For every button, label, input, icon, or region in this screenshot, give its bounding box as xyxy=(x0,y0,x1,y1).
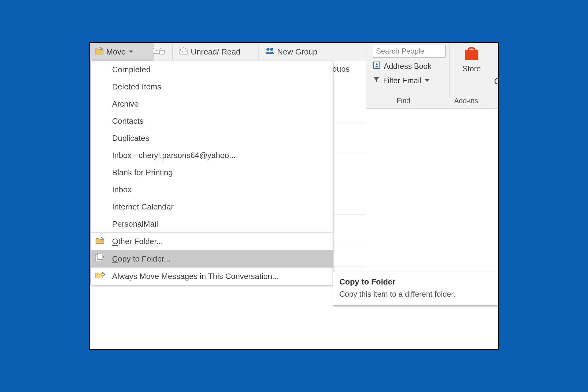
menu-item-label: Contacts xyxy=(112,116,144,126)
menu-item-label: Inbox xyxy=(112,185,132,194)
move-button[interactable]: Move xyxy=(90,43,154,61)
unread-read-label: Unread/ Read xyxy=(191,47,240,57)
filter-email-button[interactable]: Filter Email xyxy=(373,76,429,85)
ribbon-group-find: Search People Address Book xyxy=(366,43,498,109)
menu-item-label: Copy to Folder... xyxy=(112,254,171,264)
tooltip-title: Copy to Folder xyxy=(339,277,499,287)
store-label: Store xyxy=(455,64,488,73)
group-label-find: Find xyxy=(397,97,410,105)
svg-rect-6 xyxy=(373,65,374,66)
menu-item-label: Duplicates xyxy=(112,134,149,143)
menu-item-folder[interactable]: Deleted Items xyxy=(91,78,333,95)
menu-item-folder[interactable]: Contacts xyxy=(91,112,333,130)
menu-item-label: Deleted Items xyxy=(112,82,161,92)
unread-read-button[interactable]: Unread/ Read xyxy=(175,43,265,61)
copy-to-folder-icon xyxy=(95,254,105,264)
menu-item-copy-to-folder[interactable]: Copy to Folder... xyxy=(91,250,333,267)
envelope-open-icon xyxy=(179,47,188,57)
envelope-arrow-icon xyxy=(95,271,105,281)
tooltip-copy-to-folder: Copy to Folder Copy this item to a diffe… xyxy=(333,272,499,306)
search-people-input[interactable]: Search People xyxy=(373,45,446,58)
store-button[interactable]: Store xyxy=(455,45,488,73)
svg-point-3 xyxy=(270,48,273,51)
menu-item-label: Blank for Printing xyxy=(112,168,173,177)
menu-item-other-folder[interactable]: Other Folder... xyxy=(91,232,333,250)
svg-point-8 xyxy=(376,63,378,65)
menu-item-folder[interactable]: Inbox xyxy=(91,181,333,198)
address-book-label: Address Book xyxy=(384,62,432,71)
folder-arrow-icon xyxy=(95,236,105,247)
tooltip-body: Copy this item to a different folder. xyxy=(339,290,499,299)
ribbon-separator xyxy=(172,45,173,59)
move-menu: Completed Deleted Items Archive Contacts… xyxy=(90,61,333,285)
rules-button[interactable] xyxy=(150,43,174,61)
move-button-label: Move xyxy=(106,47,126,57)
store-bag-icon xyxy=(462,45,481,62)
new-group-button[interactable]: New Group xyxy=(261,43,340,61)
menu-item-label: Archive xyxy=(112,99,139,109)
ribbon-separator xyxy=(258,45,258,59)
funnel-icon xyxy=(373,76,380,85)
ribbon-separator xyxy=(449,45,450,97)
menu-item-label: Completed xyxy=(112,65,151,74)
people-group-icon xyxy=(265,47,275,57)
envelope-rules-icon xyxy=(153,46,165,58)
menu-item-label: Internet Calendar xyxy=(112,202,174,212)
filter-email-label: Filter Email xyxy=(383,76,421,85)
menu-item-folder[interactable]: Duplicates xyxy=(91,130,333,147)
svg-rect-7 xyxy=(373,66,374,68)
menu-item-folder[interactable]: Internet Calendar xyxy=(91,198,333,215)
cropped-right-button[interactable]: C xyxy=(494,76,499,86)
menu-item-label: PersonalMail xyxy=(112,219,158,229)
menu-item-folder[interactable]: Archive xyxy=(91,95,333,112)
menu-item-folder[interactable]: Blank for Printing xyxy=(91,164,333,181)
menu-item-label: Other Folder... xyxy=(112,237,163,246)
address-book-icon xyxy=(373,61,381,71)
folder-move-icon xyxy=(95,47,104,57)
outlook-window: Move xyxy=(89,42,499,350)
svg-point-2 xyxy=(266,48,270,51)
menu-item-folder[interactable]: Completed xyxy=(91,61,333,78)
group-label-addins: Add-ins xyxy=(454,97,478,105)
address-book-button[interactable]: Address Book xyxy=(373,61,432,71)
menu-item-label: Always Move Messages in This Conversatio… xyxy=(112,272,279,281)
chevron-down-icon xyxy=(129,51,133,53)
groups-label-partial: oups xyxy=(332,64,349,74)
menu-item-folder[interactable]: Inbox - cheryl.parsons64@yahoo... xyxy=(91,147,333,164)
chevron-down-icon xyxy=(425,79,429,82)
svg-rect-5 xyxy=(373,63,374,64)
svg-rect-10 xyxy=(97,254,103,260)
menu-item-label: Inbox - cheryl.parsons64@yahoo... xyxy=(112,151,236,160)
new-group-label: New Group xyxy=(277,47,318,57)
menu-item-always-move[interactable]: Always Move Messages in This Conversatio… xyxy=(91,267,333,285)
search-placeholder: Search People xyxy=(376,47,424,55)
svg-rect-1 xyxy=(160,51,164,54)
menu-item-folder[interactable]: PersonalMail xyxy=(91,215,333,232)
